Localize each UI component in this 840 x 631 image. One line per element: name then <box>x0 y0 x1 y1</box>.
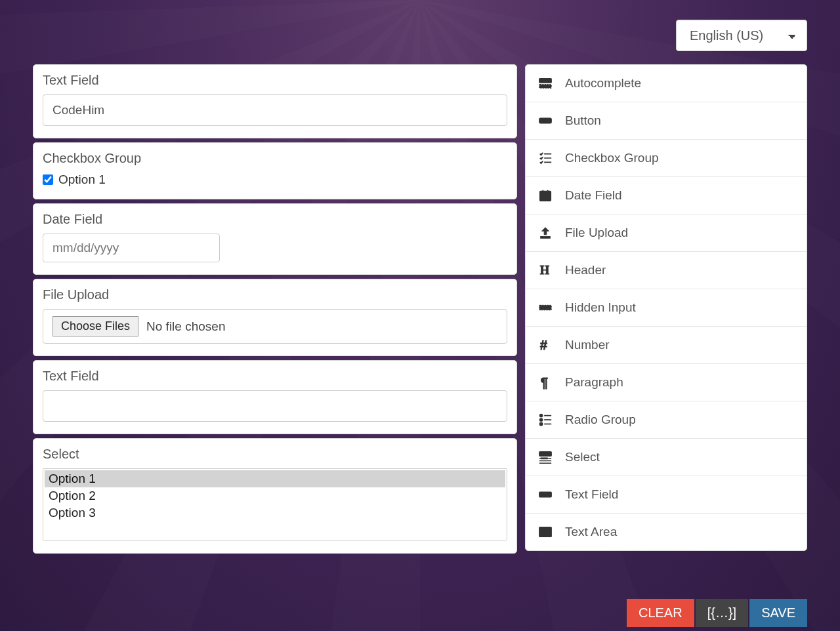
svg-point-19 <box>541 415 542 417</box>
select-option[interactable]: Option 1 <box>45 470 505 487</box>
palette-item-header[interactable]: H Header <box>526 252 807 289</box>
palette-item-text-area[interactable]: Text Area <box>526 514 807 550</box>
svg-rect-25 <box>539 452 551 456</box>
palette-item-date-field[interactable]: Date Field <box>526 177 807 214</box>
palette-item-autocomplete[interactable]: Autocomplete <box>526 65 807 102</box>
date-field-input[interactable] <box>43 234 220 262</box>
button-icon: OK <box>537 113 553 128</box>
svg-rect-8 <box>540 192 551 201</box>
palette-item-button[interactable]: OK Button <box>526 102 807 140</box>
svg-rect-15 <box>539 305 551 310</box>
svg-text:OK: OK <box>542 119 547 123</box>
palette-item-paragraph[interactable]: ¶ Paragraph <box>526 364 807 401</box>
svg-point-23 <box>540 422 543 425</box>
field-label: File Upload <box>43 287 507 302</box>
upload-icon <box>537 226 553 240</box>
form-block-date[interactable]: Date Field <box>33 203 517 275</box>
form-canvas: Text Field Checkbox Group Option 1 Date … <box>33 64 517 554</box>
view-data-button[interactable]: [{…}] <box>696 599 748 627</box>
palette-item-label: Radio Group <box>565 413 636 427</box>
clear-button[interactable]: CLEAR <box>627 599 694 627</box>
select-option[interactable]: Option 2 <box>45 487 505 504</box>
palette-item-hidden-input[interactable]: Hidden Input <box>526 289 807 327</box>
svg-text:#: # <box>540 338 547 352</box>
calendar-icon <box>537 188 553 203</box>
field-label: Date Field <box>43 212 507 227</box>
palette-item-label: Paragraph <box>565 375 623 390</box>
checkbox-input[interactable] <box>43 174 53 185</box>
file-status-text: No file chosen <box>146 319 225 334</box>
palette-item-label: Date Field <box>565 188 622 203</box>
text-field-input[interactable] <box>43 94 507 126</box>
textarea-icon <box>537 525 553 539</box>
workspace: Text Field Checkbox Group Option 1 Date … <box>33 64 807 624</box>
palette-item-label: Select <box>565 450 600 464</box>
field-label: Text Field <box>43 73 507 88</box>
hash-icon: # <box>537 338 553 352</box>
form-block-file[interactable]: File Upload Choose Files No file chosen <box>33 279 517 356</box>
autocomplete-icon <box>537 76 553 91</box>
palette-item-label: Text Area <box>565 525 617 539</box>
checklist-icon <box>537 151 553 165</box>
language-selector-wrap: English (US) <box>676 20 807 51</box>
save-button[interactable]: SAVE <box>749 599 807 627</box>
palette-item-select[interactable]: Select <box>526 439 807 476</box>
svg-text:H: H <box>540 264 549 277</box>
form-block-checkbox[interactable]: Checkbox Group Option 1 <box>33 142 517 199</box>
select-list[interactable]: Option 1 Option 2 Option 3 <box>43 468 507 540</box>
form-block-text-1[interactable]: Text Field <box>33 64 517 138</box>
text-field-input[interactable] <box>43 390 507 422</box>
svg-rect-1 <box>539 85 551 89</box>
select-icon <box>537 450 553 464</box>
palette-item-radio-group[interactable]: Radio Group <box>526 401 807 439</box>
palette-item-label: Checkbox Group <box>565 151 659 165</box>
palette-item-checkbox-group[interactable]: Checkbox Group <box>526 140 807 177</box>
palette-item-label: Number <box>565 338 610 352</box>
header-icon: H <box>537 263 553 277</box>
svg-rect-29 <box>541 457 548 459</box>
control-palette: Autocomplete OK Button Checkbox Group Da… <box>525 64 807 551</box>
palette-item-label: Text Field <box>565 487 618 502</box>
palette-item-label: Header <box>565 263 606 277</box>
footer-actions: CLEAR [{…}] SAVE <box>627 599 807 627</box>
hidden-input-icon <box>537 300 553 315</box>
palette-item-number[interactable]: # Number <box>526 327 807 364</box>
svg-rect-13 <box>541 237 551 239</box>
checkbox-label: Option 1 <box>58 173 106 187</box>
field-label: Text Field <box>43 369 507 384</box>
select-option[interactable]: Option 3 <box>45 504 505 521</box>
palette-item-label: Hidden Input <box>565 300 636 315</box>
palette-item-label: File Upload <box>565 226 628 240</box>
radiolist-icon <box>537 413 553 427</box>
choose-files-button[interactable]: Choose Files <box>52 316 138 336</box>
form-block-select[interactable]: Select Option 1 Option 2 Option 3 <box>33 438 517 554</box>
palette-item-label: Button <box>565 113 601 128</box>
language-select[interactable]: English (US) <box>676 20 807 51</box>
field-label: Checkbox Group <box>43 151 507 166</box>
svg-text:¶: ¶ <box>541 375 548 390</box>
palette-item-label: Autocomplete <box>565 76 641 91</box>
field-label: Select <box>43 447 507 462</box>
file-input-wrap: Choose Files No file chosen <box>43 309 507 344</box>
checkbox-option[interactable]: Option 1 <box>43 173 507 187</box>
palette-item-text-field[interactable]: Text Field <box>526 476 807 514</box>
svg-point-21 <box>540 418 543 421</box>
svg-rect-12 <box>542 196 544 198</box>
textfield-icon <box>537 487 553 502</box>
form-block-text-2[interactable]: Text Field <box>33 360 517 434</box>
palette-item-file-upload[interactable]: File Upload <box>526 214 807 252</box>
pilcrow-icon: ¶ <box>537 375 553 390</box>
